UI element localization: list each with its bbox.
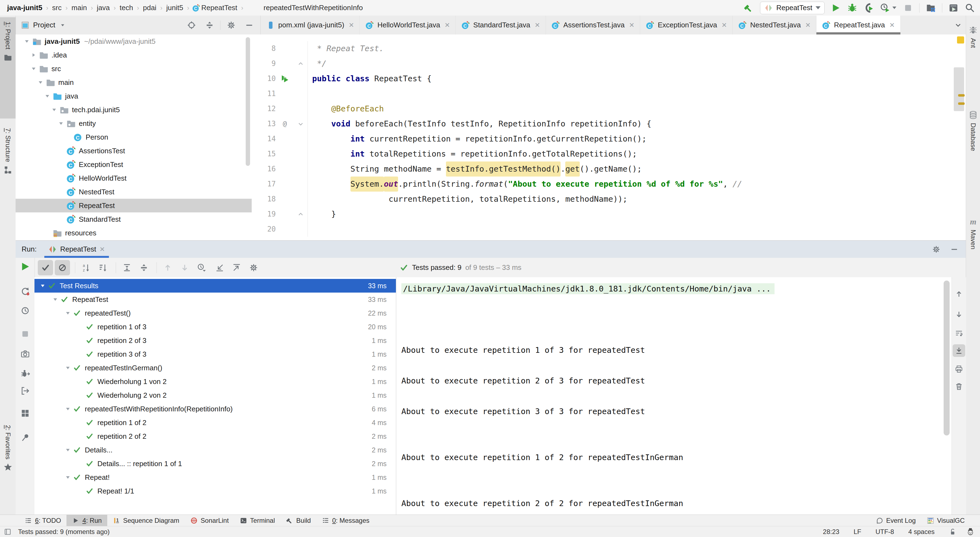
status-item[interactable]: 28:23	[823, 528, 839, 535]
tool-window-tab-structure[interactable]: 7: Structure	[0, 124, 16, 225]
chevron-down-icon[interactable]	[22, 38, 32, 45]
project-tree-item-main[interactable]: main	[16, 75, 252, 89]
settings-button[interactable]	[246, 260, 261, 275]
test-result-row[interactable]: Repeat! 1/11 ms	[35, 484, 396, 498]
build-hammer-icon[interactable]	[744, 3, 754, 13]
sort-alphabetically-button[interactable]: az	[78, 260, 94, 275]
close-icon[interactable]: ✕	[99, 245, 105, 253]
collapse-all-icon[interactable]	[205, 21, 214, 30]
test-history-button[interactable]	[194, 260, 209, 275]
fold-marker-icon[interactable]	[294, 210, 307, 218]
inspection-profile-icon[interactable]	[966, 528, 975, 536]
test-result-row[interactable]: repetition 1 of 24 ms	[35, 416, 396, 429]
code-line-10[interactable]: 10public class RepeatTest {	[252, 71, 952, 86]
test-result-row[interactable]: repeatedTest()22 ms	[35, 306, 396, 320]
show-passed-button[interactable]	[38, 260, 53, 275]
close-icon[interactable]: ✕	[889, 21, 895, 29]
editor-tab[interactable]: CRepeatTest.java✕	[816, 16, 900, 35]
annotation-gutter-icon[interactable]: @	[276, 120, 294, 129]
tool-window-tab-favorites[interactable]: 2: Favorites	[0, 421, 16, 514]
code-line-18[interactable]: 18 currentRepetition, totalRepetitions, …	[252, 191, 952, 207]
chevron-down-icon[interactable]	[35, 79, 46, 86]
fold-marker-icon[interactable]	[294, 120, 307, 128]
chevron-down-icon[interactable]	[49, 106, 59, 113]
breadcrumb-item[interactable]: src	[52, 3, 62, 12]
status-item[interactable]: 4 spaces	[908, 528, 935, 535]
code-line-14[interactable]: 14 int currentRepetition = repetitionInf…	[252, 131, 952, 147]
chevron-down-icon[interactable]	[59, 22, 66, 29]
run-test-gutter-icon[interactable]	[276, 74, 294, 83]
tool-window-tab-ant[interactable]: Ant	[966, 21, 980, 81]
gear-icon[interactable]	[226, 21, 236, 30]
collapse-all-button[interactable]	[136, 260, 151, 275]
lock-open-icon[interactable]	[949, 528, 956, 535]
exit-button[interactable]	[16, 386, 35, 396]
breadcrumb-method[interactable]: repeatedTestWithRepetitionInfo	[264, 3, 363, 12]
soft-wrap-button[interactable]	[953, 327, 965, 339]
code-line-19[interactable]: 19 }	[252, 207, 952, 222]
chevron-down-icon[interactable]	[63, 446, 73, 454]
chevron-down-icon[interactable]	[56, 120, 66, 127]
chevron-down-icon[interactable]	[63, 309, 73, 317]
test-result-row[interactable]: Details... :: repetition 1 of 12 ms	[35, 457, 396, 470]
editor-tab[interactable]: CAssertionsTest.java✕	[546, 16, 640, 35]
tool-window-button-4run[interactable]: 4: Run	[67, 515, 107, 526]
test-result-row[interactable]: repetition 2 of 31 ms	[35, 334, 396, 347]
breadcrumb-item[interactable]: junit5	[166, 3, 183, 12]
project-structure-button[interactable]	[926, 3, 936, 13]
breadcrumb-item[interactable]: main	[72, 3, 87, 12]
code-line-11[interactable]: 11	[252, 86, 952, 101]
gear-icon[interactable]	[932, 245, 940, 254]
project-tree-item-entity[interactable]: entity	[16, 116, 252, 130]
test-result-row[interactable]: repetition 3 of 31 ms	[35, 347, 396, 361]
auto-test-button[interactable]	[16, 306, 35, 316]
minimize-icon[interactable]	[950, 245, 959, 254]
breadcrumb-item[interactable]: RepeatTest	[201, 3, 237, 12]
project-tree-item-standardtest[interactable]: CStandardTest	[16, 212, 252, 226]
chevron-down-icon[interactable]	[42, 92, 52, 100]
pin-button[interactable]	[16, 433, 35, 443]
tool-window-button-eventlog[interactable]: Event Log	[870, 515, 921, 526]
code-editor[interactable]: 8 * Repeat Test.9 */10public class Repea…	[252, 35, 966, 240]
tool-window-tab-project[interactable]: 1: Project	[0, 17, 16, 118]
close-icon[interactable]: ✕	[445, 21, 450, 29]
tool-window-button-sequencediagram[interactable]: 1Sequence Diagram	[107, 515, 185, 526]
code-line-12[interactable]: 12 @BeforeEach	[252, 101, 952, 116]
project-tree-item-nestedtest[interactable]: CNestedTest	[16, 185, 252, 199]
test-result-row[interactable]: repeatedTestInGerman()2 ms	[35, 361, 396, 375]
breadcrumb-item[interactable]: tech	[119, 3, 133, 12]
project-tree-scrollbar[interactable]	[246, 37, 250, 166]
chevron-right-icon[interactable]	[29, 51, 39, 59]
project-tree-item-repeattest[interactable]: CRepeatTest	[16, 199, 252, 212]
editor-tab[interactable]: CExceptionTest.java✕	[640, 16, 733, 35]
close-icon[interactable]: ✕	[629, 21, 635, 29]
chevron-down-icon[interactable]	[38, 282, 48, 289]
editor-tab[interactable]: pom.xml (java-junit5)✕	[261, 16, 360, 35]
close-icon[interactable]: ✕	[721, 21, 727, 29]
test-result-row[interactable]: repetition 2 of 22 ms	[35, 429, 396, 443]
arrow-up-button[interactable]	[953, 288, 965, 300]
tool-window-button-sonarlint[interactable]: SonarLint	[185, 515, 234, 526]
tool-window-button-visualgc[interactable]: VisualGC	[921, 515, 970, 526]
tool-window-button-6todo[interactable]: 6: TODO	[19, 515, 67, 526]
console-scrollbar[interactable]	[942, 277, 951, 515]
tool-window-tab-database[interactable]: Database	[966, 106, 980, 196]
debug-button[interactable]	[847, 3, 858, 13]
chevron-down-icon[interactable]	[63, 474, 73, 481]
close-icon[interactable]: ✕	[348, 21, 354, 29]
breadcrumb-item[interactable]: pdai	[143, 3, 156, 12]
run-anything-button[interactable]	[948, 3, 959, 13]
fold-marker-icon[interactable]	[294, 60, 307, 68]
chevron-down-icon[interactable]	[29, 65, 39, 72]
previous-failed-button[interactable]	[160, 260, 175, 275]
editor-tab[interactable]: CNestedTest.java✕	[733, 16, 816, 35]
chevron-down-icon[interactable]	[50, 296, 60, 303]
show-ignored-button[interactable]	[55, 260, 70, 275]
test-result-row[interactable]: repeatedTestWithRepetitionInfo(Repetitio…	[35, 402, 396, 416]
test-result-row[interactable]: Wiederholung 2 von 21 ms	[35, 388, 396, 402]
run-configuration-select[interactable]: RepeatTest	[760, 2, 825, 14]
test-result-row[interactable]: Details...2 ms	[35, 443, 396, 457]
project-tree-item-resources[interactable]: resources	[16, 226, 252, 240]
thread-dump-button[interactable]	[16, 349, 35, 359]
run-tab-repeattest[interactable]: RepeatTest ✕	[46, 241, 107, 258]
